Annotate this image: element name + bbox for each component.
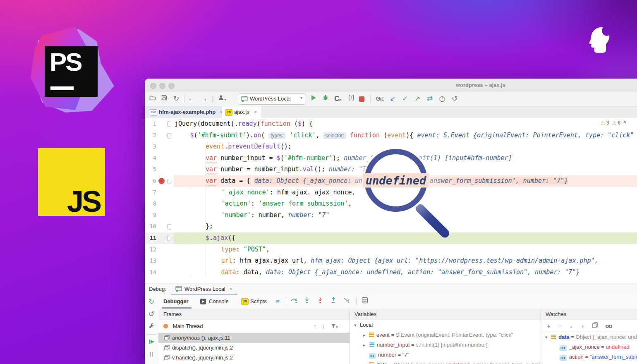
move-down-icon[interactable]: ▼ [581, 324, 585, 329]
filter-funnel-icon[interactable] [331, 323, 336, 330]
resume-program-icon[interactable] [147, 338, 156, 347]
variable-row[interactable]: ▸number_input = s.fn.init(1) [input#hfm-… [350, 340, 540, 350]
code-line[interactable]: 13url: hfm_ajax.ajax_url, hfm_ajax: Obje… [145, 255, 637, 267]
run-with-coverage-icon[interactable]: C▸ [333, 94, 342, 104]
tree-chevron-icon[interactable]: ▾ [354, 320, 360, 330]
sync-icon[interactable]: ↻ [172, 94, 180, 104]
maximize-window-button[interactable] [168, 83, 175, 89]
debug-button[interactable] [321, 94, 330, 104]
watch-row[interactable]: 01action = "answer_form_submission" [541, 352, 637, 362]
tab-debugger[interactable]: Debugger [163, 295, 189, 308]
tab-hfm-ajax-example-php[interactable]: PHP hfm-ajax-example.php × [146, 106, 227, 118]
git-merge-icon[interactable]: ⇄ [425, 94, 434, 104]
frame-row[interactable]: dispatch(), jquery.min.js:2 [158, 343, 350, 353]
stack-frame-icon [164, 344, 170, 354]
fold-marker-icon[interactable] [167, 224, 171, 230]
code-line[interactable]: 12type: "POST", [145, 244, 637, 256]
pause-icon[interactable] [147, 350, 156, 360]
close-session-icon[interactable]: × [229, 286, 232, 292]
step-into-icon[interactable] [302, 297, 311, 307]
thread-selector[interactable]: Main Thread ↑↓▾ [158, 320, 350, 333]
tree-chevron-icon[interactable]: ▸ [363, 330, 369, 340]
watches-header: Watches [541, 309, 637, 320]
editor-tabbar: PHP hfm-ajax-example.php × JS ajax.js × [145, 106, 637, 118]
code-line[interactable]: 10}; [145, 221, 637, 232]
watch-row[interactable]: 01number = "7" [541, 362, 637, 364]
rerun-icon[interactable]: ↻ [147, 297, 156, 307]
user-profile-icon[interactable]: ▾ [216, 94, 228, 104]
primitive-icon: 01 [560, 345, 567, 351]
close-tab-icon[interactable]: × [254, 109, 257, 115]
line-number: 6 [145, 175, 156, 187]
variable-row[interactable]: 01number = "7" [350, 350, 540, 360]
variable-row[interactable]: ▾Local [350, 320, 540, 330]
show-watches-glasses-icon[interactable]: oo [605, 322, 612, 329]
tab-console[interactable]: Console [200, 295, 229, 308]
variable-name: data [558, 334, 570, 340]
stop-button[interactable] [359, 96, 364, 102]
back-icon[interactable]: ← [187, 94, 196, 104]
force-step-into-icon[interactable] [316, 297, 325, 307]
minimize-window-button[interactable] [159, 83, 165, 89]
layout-menu-icon[interactable]: ≡ [273, 297, 282, 307]
frame-row[interactable]: v.handle(), jquery.min.js:2 [158, 353, 350, 363]
run-config-label: WordPress Local [250, 96, 291, 102]
fold-marker-icon[interactable] [167, 179, 171, 184]
fold-marker-icon[interactable] [167, 122, 171, 127]
code-line[interactable]: 14data: data, data: Object {_ajax_nonce:… [145, 267, 637, 278]
code-line[interactable]: 2$('#hfm-submit').on( types: 'click', se… [145, 130, 637, 141]
arrow-up-icon[interactable]: ↑ [314, 323, 322, 330]
save-icon[interactable] [160, 94, 168, 104]
copy-icon[interactable] [592, 322, 598, 329]
code-line[interactable]: 11$.ajax({ [145, 232, 637, 244]
debug-tabs-toolbar: Debugger Console JS Scripts ≡ [158, 295, 637, 309]
tree-chevron-icon[interactable]: ▾ [545, 332, 551, 342]
watch-row[interactable]: 01_ajax_nonce = undefined [541, 342, 637, 352]
run-configuration-select[interactable]: WordPress Local ▾ [238, 93, 306, 105]
tree-chevron-icon[interactable]: ▸ [363, 360, 369, 364]
line-number: 3 [145, 141, 156, 153]
history-clock-icon[interactable]: ◷ [438, 94, 447, 104]
collapse-caret[interactable]: ^ [623, 120, 626, 126]
chevron-down-icon[interactable]: ▾ [336, 325, 344, 329]
primitive-icon: 01 [560, 355, 567, 361]
tree-spacer [554, 342, 560, 352]
fold-marker-icon[interactable] [167, 133, 171, 139]
code-line[interactable]: 1jQuery(document).ready(function ($) { [145, 118, 637, 130]
run-button[interactable] [309, 94, 318, 104]
tree-chevron-icon[interactable]: ▸ [363, 340, 369, 350]
breakpoint-icon[interactable]: ✓ [158, 178, 165, 184]
git-push-icon[interactable]: ↗ [413, 94, 422, 104]
debug-session-tab[interactable]: WordPress Local × [174, 283, 236, 294]
move-up-icon[interactable]: ▲ [569, 324, 573, 329]
fold-marker-icon[interactable] [167, 236, 171, 241]
inspections-widget[interactable]: ⚠ 3 ⚠ 6 ^ [601, 120, 626, 126]
open-folder-icon[interactable] [148, 94, 157, 104]
tab-ajax-js[interactable]: JS ajax.js × [222, 106, 261, 118]
warning-count: 3 [606, 120, 609, 126]
watch-row[interactable]: ▾data = Object {_ajax_nonce: undefined, … [541, 332, 637, 342]
rollback-icon[interactable]: ↺ [450, 94, 459, 104]
tab-scripts[interactable]: JS Scripts [241, 295, 267, 308]
variable-row[interactable]: ▸data = Object {_ajax_nonce: undefined, … [350, 360, 540, 364]
arrow-down-icon[interactable]: ↓ [322, 323, 331, 330]
frame-row[interactable]: anonymous (), ajax.js:11 [158, 333, 350, 343]
step-out-icon[interactable] [329, 297, 338, 307]
remove-watch-icon[interactable]: − [558, 322, 562, 329]
run-to-cursor-icon[interactable] [342, 297, 351, 307]
refresh-icon[interactable]: ↺ [147, 309, 156, 319]
close-window-button[interactable] [150, 83, 156, 89]
settings-wrench-icon[interactable] [147, 322, 156, 332]
line-number: 10 [145, 221, 156, 232]
add-watch-icon[interactable]: + [547, 322, 551, 329]
variable-row[interactable]: ▸event = S.Event {originalEvent: Pointer… [350, 330, 540, 340]
forward-icon[interactable]: → [199, 94, 208, 104]
attach-debugger-icon[interactable] [347, 94, 356, 104]
tree-spacer [554, 352, 560, 362]
git-commit-icon[interactable]: ✓ [400, 94, 410, 104]
variable-name: event [376, 332, 390, 338]
evaluate-expression-icon[interactable] [360, 297, 369, 307]
debug-session-label: WordPress Local [184, 286, 225, 292]
step-over-icon[interactable] [289, 297, 298, 307]
git-update-icon[interactable]: ↙ [388, 94, 397, 104]
